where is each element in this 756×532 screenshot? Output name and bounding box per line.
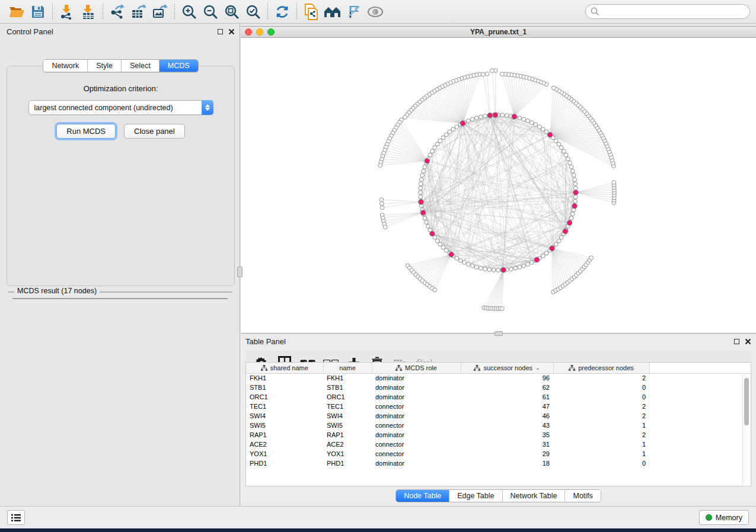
network-node[interactable]	[573, 182, 578, 186]
network-node[interactable]	[569, 165, 573, 169]
network-graph[interactable]	[241, 38, 756, 333]
network-node[interactable]	[479, 115, 483, 119]
network-node[interactable]	[433, 288, 437, 292]
network-node[interactable]	[541, 254, 545, 258]
network-node[interactable]	[541, 127, 545, 132]
network-node[interactable]	[589, 256, 594, 260]
column-header-shared-name[interactable]: shared name	[246, 363, 323, 373]
network-node[interactable]	[573, 195, 578, 199]
network-node[interactable]	[537, 125, 541, 129]
network-node[interactable]	[466, 119, 470, 123]
network-node[interactable]	[559, 146, 563, 150]
refresh-layout-icon[interactable]	[272, 2, 293, 21]
network-node[interactable]	[564, 153, 568, 157]
network-node[interactable]	[455, 257, 459, 261]
tab-edge-table[interactable]: Edge Table	[449, 490, 502, 502]
zoom-fit-icon[interactable]	[221, 2, 243, 21]
network-node[interactable]	[522, 117, 526, 121]
network-node[interactable]	[496, 268, 500, 273]
zoom-in-icon[interactable]	[178, 2, 200, 21]
table-scrollbar-thumb[interactable]	[744, 378, 749, 425]
zoom-selected-icon[interactable]	[243, 2, 264, 21]
network-node[interactable]	[569, 216, 573, 220]
network-node[interactable]	[423, 216, 427, 220]
close-panel-icon[interactable]	[228, 28, 235, 35]
network-node[interactable]	[562, 149, 566, 153]
network-node[interactable]	[448, 130, 452, 134]
tab-style[interactable]: Style	[88, 60, 122, 72]
network-node[interactable]	[490, 69, 495, 73]
network-node[interactable]	[483, 267, 487, 271]
network-node[interactable]	[435, 142, 439, 146]
network-node[interactable]	[419, 191, 423, 195]
network-node[interactable]	[426, 224, 430, 228]
network-window-titlebar[interactable]: YPA_prune.txt_1	[241, 27, 756, 38]
network-node[interactable]	[403, 115, 407, 119]
network-node[interactable]	[462, 261, 467, 265]
close-panel-button[interactable]: Close panel	[124, 124, 185, 139]
network-node[interactable]	[501, 267, 506, 272]
save-session-icon[interactable]	[27, 2, 49, 21]
network-node[interactable]	[444, 133, 448, 137]
network-node[interactable]	[570, 212, 575, 216]
network-node[interactable]	[557, 239, 561, 243]
network-node[interactable]	[526, 262, 530, 267]
network-node[interactable]	[573, 186, 578, 190]
tab-mcds[interactable]: MCDS	[160, 60, 198, 72]
table-row[interactable]: SWI4SWI4dominator462	[246, 411, 751, 421]
network-canvas[interactable]	[241, 38, 756, 333]
export-image-icon[interactable]	[149, 2, 171, 21]
network-node[interactable]	[470, 264, 474, 268]
table-row[interactable]: SWI5SWI5connector431	[246, 421, 751, 430]
network-node[interactable]	[487, 113, 492, 118]
network-node[interactable]	[438, 139, 442, 143]
network-node[interactable]	[428, 153, 432, 157]
float-panel-icon[interactable]	[218, 29, 223, 34]
network-node[interactable]	[500, 72, 505, 76]
mcds-results-list[interactable]: PHD1CAR1STP4TID3YOX1SWI4SRD1PMA2FKH1ACE2…	[12, 298, 228, 299]
network-node[interactable]	[435, 239, 439, 243]
network-node[interactable]	[487, 268, 492, 272]
column-header-successor-nodes[interactable]: successor nodes⌄	[461, 363, 553, 373]
flag-icon[interactable]	[343, 2, 365, 21]
network-node[interactable]	[612, 181, 616, 185]
search-field[interactable]	[585, 4, 750, 19]
network-node[interactable]	[466, 262, 470, 267]
network-node[interactable]	[419, 186, 423, 190]
table-row[interactable]: RAP1RAP1dominator352	[246, 430, 751, 440]
vertical-splitter-grip[interactable]	[237, 267, 243, 277]
network-node[interactable]	[500, 113, 505, 117]
network-node[interactable]	[572, 173, 576, 177]
network-node[interactable]	[481, 72, 485, 76]
node-table[interactable]: shared namenameMCDS rolesuccessor nodes⌄…	[245, 362, 751, 486]
export-network-icon[interactable]	[107, 2, 128, 21]
network-node[interactable]	[509, 267, 513, 271]
network-node[interactable]	[557, 142, 561, 146]
tab-network[interactable]: Network	[43, 60, 88, 72]
table-row[interactable]: ACE2ACE2connector311	[246, 440, 751, 449]
network-node[interactable]	[470, 117, 474, 121]
network-node[interactable]	[479, 266, 483, 270]
network-node[interactable]	[573, 190, 578, 195]
network-node[interactable]	[522, 264, 526, 268]
network-node[interactable]	[458, 258, 462, 262]
network-node[interactable]	[485, 72, 489, 76]
network-node[interactable]	[505, 113, 509, 117]
column-header-MCDS-role[interactable]: MCDS role	[372, 363, 461, 373]
task-history-button[interactable]	[7, 510, 25, 525]
network-node[interactable]	[423, 165, 427, 169]
network-node[interactable]	[441, 136, 445, 140]
network-node[interactable]	[419, 195, 423, 199]
table-row[interactable]: PHD1PHD1dominator180	[246, 459, 751, 468]
network-node[interactable]	[512, 114, 516, 119]
network-node[interactable]	[529, 261, 534, 265]
open-file-icon[interactable]	[6, 2, 27, 21]
network-node[interactable]	[554, 139, 558, 143]
network-node[interactable]	[483, 114, 487, 118]
network-node[interactable]	[544, 251, 548, 255]
network-node[interactable]	[438, 242, 442, 246]
network-node[interactable]	[551, 86, 556, 90]
network-node[interactable]	[563, 229, 567, 233]
network-node[interactable]	[518, 116, 522, 120]
export-table-icon[interactable]	[128, 2, 149, 21]
